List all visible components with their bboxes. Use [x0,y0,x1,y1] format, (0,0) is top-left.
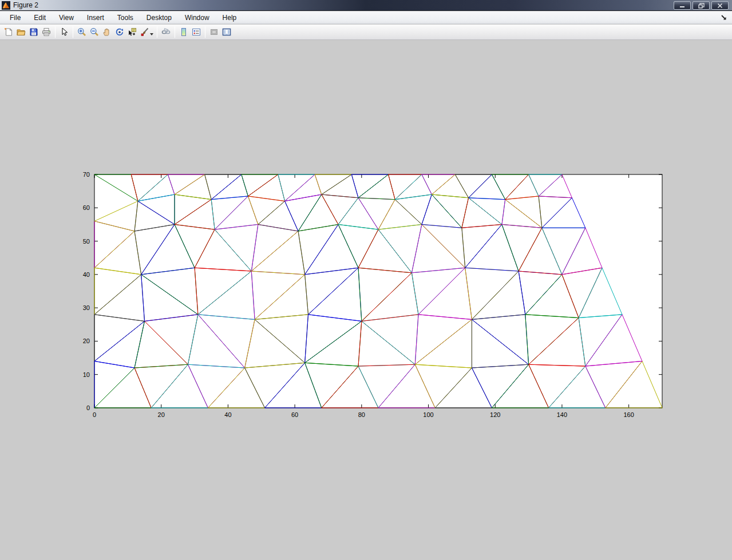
save-floppy-icon [29,27,38,37]
minimize-button[interactable] [674,1,691,10]
title-left-group: Figure 2 [0,0,44,10]
x-tick-label: 20 [158,411,165,418]
close-icon [717,3,723,9]
y-tick-label: 20 [83,337,90,344]
y-tick-label: 40 [83,271,90,278]
y-tick-label: 30 [83,304,90,311]
open-file-button[interactable] [15,26,27,38]
new-figure-button[interactable] [2,26,15,38]
show-plot-tools-dock-figure-button[interactable] [220,26,233,38]
data-cursor-icon [128,27,137,37]
menu-view[interactable]: View [54,12,79,23]
menu-window[interactable]: Window [180,12,215,23]
brush-icon [140,27,149,37]
colorbar-icon [179,27,188,37]
figure-toolbar [0,25,732,40]
save-figure-button[interactable] [27,26,40,38]
x-tick-label: 0 [93,411,96,418]
toolbar-separator [55,26,56,38]
print-figure-button[interactable] [40,26,53,38]
link-plot-button[interactable] [160,26,172,38]
pan-hand-icon [102,27,112,37]
menu-insert[interactable]: Insert [82,12,109,23]
open-folder-icon [17,27,26,37]
y-tick-label: 60 [83,204,90,211]
minimize-icon [679,3,685,8]
matlab-logo-icon [2,1,10,10]
y-tick-label: 10 [83,371,90,378]
toolbar-separator [175,26,175,38]
menu-tools[interactable]: Tools [112,12,139,23]
title-bar[interactable]: Figure 2 [0,0,732,11]
rotate-3d-icon [115,27,124,37]
brush-dropdown-caret-icon[interactable] [150,33,153,35]
figure-window: Figure 2 File Edit View [0,0,732,560]
zoom-out-icon [90,27,99,37]
y-tick-label: 50 [83,238,90,245]
menu-desktop[interactable]: Desktop [141,12,177,23]
chain-link-icon [161,27,171,37]
toolbar-separator [205,26,205,38]
data-cursor-button[interactable] [126,26,139,38]
dock-figure-arrow-icon[interactable] [721,14,727,21]
y-tick-label: 70 [83,171,90,178]
hide-plot-tools-button[interactable] [208,26,220,38]
x-tick-label: 100 [423,411,433,418]
zoom-in-button[interactable] [76,26,88,38]
x-tick-label: 120 [490,411,500,418]
toolbar-separator [73,26,73,38]
printer-icon [42,27,51,37]
x-tick-label: 40 [224,411,231,418]
mesh-plot-area[interactable]: 020406080100120140160010203040506070 [0,40,732,560]
zoom-out-button[interactable] [88,26,101,38]
pan-button[interactable] [101,26,113,38]
x-tick-label: 60 [291,411,298,418]
menu-edit[interactable]: Edit [29,12,51,23]
close-button[interactable] [711,1,729,10]
y-tick-label: 0 [86,404,90,411]
insert-colorbar-button[interactable] [177,26,190,38]
hide-plot-tools-icon [209,27,219,37]
x-tick-label: 160 [623,411,634,418]
rotate-3d-button[interactable] [113,26,126,38]
restore-icon [698,3,705,9]
x-tick-label: 140 [557,411,567,418]
figure-canvas: 020406080100120140160010203040506070 [0,40,732,560]
restore-button[interactable] [693,1,710,10]
brush-data-button[interactable] [139,26,151,38]
zoom-in-icon [77,27,86,37]
insert-legend-button[interactable] [190,26,203,38]
arrow-cursor-icon [60,27,69,37]
legend-icon [192,27,201,37]
menu-bar: File Edit View Insert Tools Desktop Wind… [0,11,732,24]
show-plot-tools-dock-icon [222,27,231,37]
toolbar-separator [157,26,157,38]
window-title: Figure 2 [13,1,38,9]
window-controls [674,1,729,10]
menu-help[interactable]: Help [217,12,242,23]
edit-plot-button[interactable] [58,26,70,38]
menu-file[interactable]: File [5,12,26,23]
new-document-icon [4,27,13,37]
x-tick-label: 80 [358,411,365,418]
